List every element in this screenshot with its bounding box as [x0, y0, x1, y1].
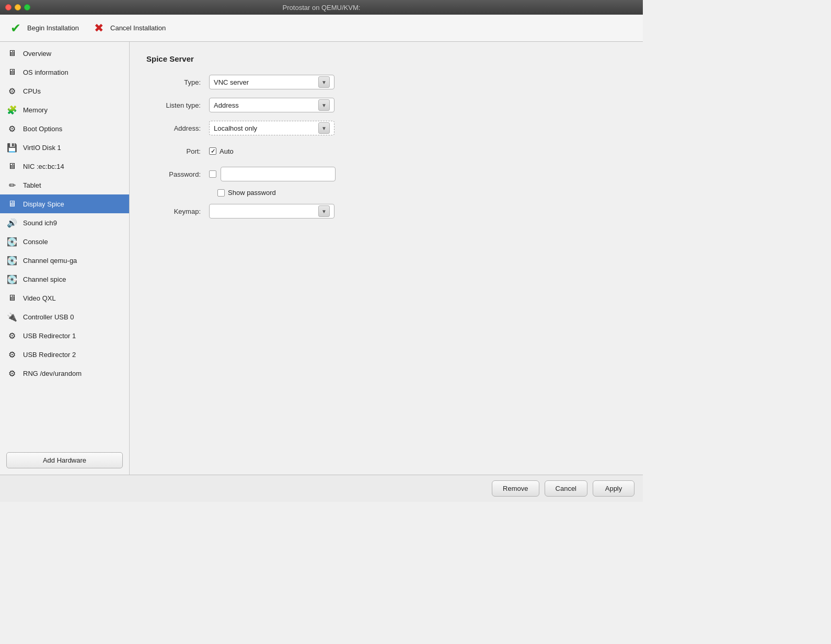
sidebar-item-label-overview: Overview: [23, 50, 51, 58]
show-password-label: Show password: [228, 189, 276, 197]
usb-redirector-1-icon: ⚙: [6, 330, 18, 341]
nic-icon: 🖥: [6, 160, 18, 172]
port-auto-checkbox[interactable]: [209, 147, 216, 155]
address-control: Localhost only ▼: [209, 121, 334, 135]
apply-button[interactable]: Apply: [593, 480, 634, 497]
titlebar-title: Protostar on QEMU/KVM:: [283, 4, 361, 12]
type-select[interactable]: VNC server ▼: [209, 75, 334, 89]
type-value: VNC server: [214, 78, 318, 86]
channel-spice-icon: 💽: [6, 273, 18, 285]
port-row: Port: Auto: [146, 143, 626, 159]
sidebar-item-label-rng: RNG /dev/urandom: [23, 370, 82, 377]
sidebar-item-label-controller-usb: Controller USB 0: [23, 313, 74, 321]
keymap-row: Keymap: ▼: [146, 203, 626, 220]
password-checkbox[interactable]: [209, 170, 216, 178]
toolbar: ✔ Begin Installation ✖ Cancel Installati…: [0, 15, 643, 42]
sidebar-item-label-usb-redirector-2: USB Redirector 2: [23, 351, 76, 359]
sidebar-item-virtio-disk[interactable]: 💾 VirtIO Disk 1: [0, 138, 129, 157]
usb-redirector-2-icon: ⚙: [6, 349, 18, 360]
port-control: Auto: [209, 147, 234, 155]
address-value: Localhost only: [214, 124, 318, 132]
sidebar-item-label-os-information: OS information: [23, 68, 68, 76]
begin-installation-button[interactable]: ✔ Begin Installation: [8, 21, 79, 36]
memory-icon: 🧩: [6, 104, 18, 116]
add-hardware-button[interactable]: Add Hardware: [6, 452, 123, 468]
listen-type-label: Listen type:: [146, 101, 209, 109]
sidebar-item-display-spice[interactable]: 🖥 Display Spice: [0, 194, 129, 213]
port-label: Port:: [146, 147, 209, 155]
sidebar-item-label-console: Console: [23, 238, 48, 246]
keymap-control: ▼: [209, 204, 334, 218]
console-icon: 💽: [6, 236, 18, 247]
sidebar-item-console[interactable]: 💽 Console: [0, 232, 129, 251]
sound-ich9-icon: 🔊: [6, 217, 18, 228]
begin-installation-label: Begin Installation: [27, 24, 79, 32]
keymap-select[interactable]: ▼: [209, 204, 334, 218]
close-button[interactable]: [5, 4, 11, 10]
address-row: Address: Localhost only ▼: [146, 120, 626, 136]
listen-type-dropdown-arrow: ▼: [318, 99, 330, 111]
remove-button[interactable]: Remove: [492, 480, 539, 497]
boot-options-icon: ⚙: [6, 123, 18, 134]
sidebar-item-usb-redirector-1[interactable]: ⚙ USB Redirector 1: [0, 326, 129, 345]
type-row: Type: VNC server ▼: [146, 74, 626, 90]
cancel-installation-icon: ✖: [91, 21, 106, 36]
sidebar-item-label-video-qxl: Video QXL: [23, 294, 56, 302]
sidebar-item-usb-redirector-2[interactable]: ⚙ USB Redirector 2: [0, 345, 129, 364]
show-password-row: Show password: [217, 189, 626, 197]
sidebar-item-label-cpus: CPUs: [23, 87, 41, 95]
listen-type-row: Listen type: Address ▼: [146, 97, 626, 113]
sidebar-item-channel-qemu-ga[interactable]: 💽 Channel qemu-ga: [0, 251, 129, 270]
password-control: [209, 167, 336, 181]
sidebar-item-label-boot-options: Boot Options: [23, 125, 62, 133]
sidebar-item-label-usb-redirector-1: USB Redirector 1: [23, 332, 76, 340]
cancel-button[interactable]: Cancel: [545, 480, 587, 497]
keymap-label: Keymap:: [146, 208, 209, 215]
display-spice-icon: 🖥: [6, 198, 18, 210]
sidebar-item-boot-options[interactable]: ⚙ Boot Options: [0, 119, 129, 138]
minimize-button[interactable]: [15, 4, 21, 10]
sidebar-item-nic[interactable]: 🖥 NIC :ec:bc:14: [0, 157, 129, 176]
sidebar-item-memory[interactable]: 🧩 Memory: [0, 100, 129, 119]
sidebar-item-cpus[interactable]: ⚙ CPUs: [0, 82, 129, 100]
cancel-installation-label: Cancel Installation: [110, 24, 166, 32]
sidebar-item-label-channel-spice: Channel spice: [23, 275, 66, 283]
os-information-icon: 🖥: [6, 66, 18, 78]
content-area: 🖥 Overview 🖥 OS information ⚙ CPUs 🧩 Mem…: [0, 42, 643, 475]
cancel-installation-button[interactable]: ✖ Cancel Installation: [91, 21, 166, 36]
type-label: Type:: [146, 78, 209, 86]
password-row: Password:: [146, 166, 626, 182]
sidebar-item-label-memory: Memory: [23, 106, 48, 114]
sidebar-item-label-sound-ich9: Sound ich9: [23, 219, 57, 227]
sidebar-item-os-information[interactable]: 🖥 OS information: [0, 63, 129, 82]
sidebar-item-label-display-spice: Display Spice: [23, 200, 64, 208]
sidebar-item-channel-spice[interactable]: 💽 Channel spice: [0, 270, 129, 289]
maximize-button[interactable]: [24, 4, 30, 10]
address-dropdown-arrow: ▼: [318, 122, 330, 134]
sidebar-item-video-qxl[interactable]: 🖥 Video QXL: [0, 289, 129, 307]
address-label: Address:: [146, 124, 209, 132]
type-control: VNC server ▼: [209, 75, 334, 89]
sidebar-item-label-virtio-disk: VirtIO Disk 1: [23, 144, 61, 152]
sidebar-item-overview[interactable]: 🖥 Overview: [0, 44, 129, 63]
main-panel: Spice Server Type: VNC server ▼ Listen t…: [130, 42, 643, 475]
video-qxl-icon: 🖥: [6, 292, 18, 304]
sidebar-item-tablet[interactable]: ✏ Tablet: [0, 176, 129, 194]
bottom-bar: Remove Cancel Apply: [0, 475, 643, 502]
sidebar-item-rng[interactable]: ⚙ RNG /dev/urandom: [0, 364, 129, 383]
main-window: ✔ Begin Installation ✖ Cancel Installati…: [0, 15, 643, 502]
port-auto-label: Auto: [220, 147, 234, 155]
channel-qemu-ga-icon: 💽: [6, 255, 18, 266]
password-label: Password:: [146, 170, 209, 178]
controller-usb-icon: 🔌: [6, 311, 18, 323]
begin-installation-icon: ✔: [8, 21, 23, 36]
listen-type-select[interactable]: Address ▼: [209, 98, 334, 112]
address-select[interactable]: Localhost only ▼: [209, 121, 334, 135]
cpus-icon: ⚙: [6, 85, 18, 97]
password-input[interactable]: [221, 167, 336, 181]
show-password-checkbox[interactable]: [217, 189, 225, 197]
sidebar-item-controller-usb[interactable]: 🔌 Controller USB 0: [0, 307, 129, 326]
sidebar-list: 🖥 Overview 🖥 OS information ⚙ CPUs 🧩 Mem…: [0, 42, 129, 448]
sidebar-item-sound-ich9[interactable]: 🔊 Sound ich9: [0, 213, 129, 232]
tablet-icon: ✏: [6, 179, 18, 191]
